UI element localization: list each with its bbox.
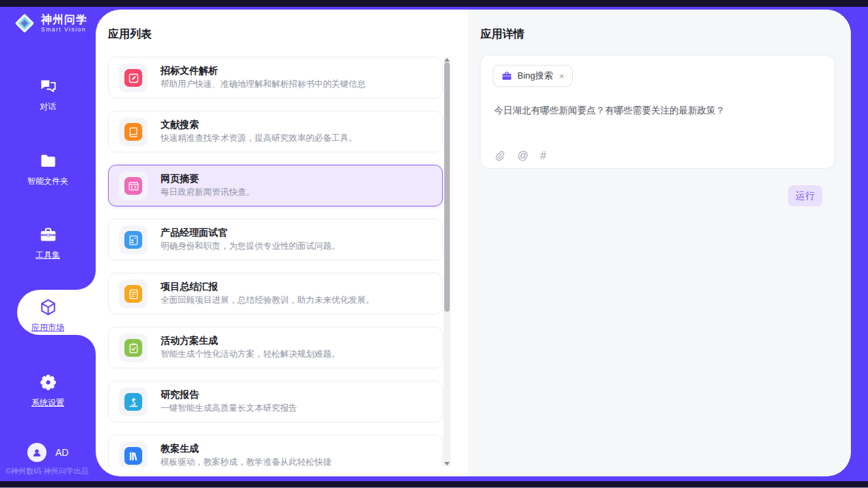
app-icon-chip (119, 64, 148, 92)
app-detail-title: 应用详情 (480, 27, 524, 42)
app-card-bid-document-analysis[interactable]: 招标文件解析 帮助用户快速、准确地理解和解析招标书中的关键信息 (108, 57, 443, 98)
bottom-dark-band (0, 481, 868, 487)
app-window: 神州问学 Smart Vision 对话 智能文件夹 工具集 (0, 0, 868, 488)
app-icon-chip (119, 118, 148, 146)
scrollbar-track[interactable] (444, 57, 450, 467)
app-icon-chip (119, 388, 148, 416)
chat-icon (39, 77, 57, 96)
sidebar-item-settings[interactable]: 系统设置 (0, 373, 96, 409)
app-card-title: 项目总结汇报 (161, 281, 218, 293)
run-button[interactable]: 运行 (788, 185, 822, 206)
app-card-title: 教案生成 (161, 443, 199, 455)
brand-logo: 神州问学 Smart Vision (14, 12, 87, 34)
app-card-desc: 快速精准查找学术资源，提高研究效率的必备工具。 (161, 133, 434, 144)
scroll-down-arrow-icon[interactable] (444, 462, 450, 465)
web-code-icon (124, 177, 142, 195)
sidebar-item-label: 对话 (0, 101, 96, 113)
book-icon (124, 123, 142, 141)
app-card-desc: 全面回顾项目进展，总结经验教训，助力未来优化发展。 (161, 295, 434, 306)
app-card-project-summary[interactable]: 项目总结汇报 全面回顾项目进展，总结经验教训，助力未来优化发展。 (108, 273, 443, 314)
sidebar: 神州问学 Smart Vision 对话 智能文件夹 工具集 (0, 7, 96, 481)
app-card-title: 活动方案生成 (161, 335, 218, 347)
input-toolbar: @ # (494, 150, 546, 162)
app-card-desc: 帮助用户快速、准确地理解和解析招标书中的关键信息 (161, 79, 434, 90)
copyright-footer: ©神州数码·神州问学出品 (5, 466, 89, 476)
app-icon-chip (119, 226, 148, 254)
sidebar-item-toolset[interactable]: 工具集 (0, 226, 96, 261)
query-card[interactable]: Bing搜索 × 今日湖北有哪些新闻要点？有哪些需要关注的最新政策？ @ # (480, 55, 835, 169)
tool-tag-bing-search[interactable]: Bing搜索 × (493, 65, 573, 87)
app-card-literature-search[interactable]: 文献搜索 快速精准查找学术资源，提高研究效率的必备工具。 (108, 111, 443, 152)
scroll-up-arrow-icon[interactable] (444, 58, 450, 62)
pen-square-icon (124, 69, 142, 87)
sidebar-item-label: 应用市场 (0, 322, 96, 334)
brand-name: 神州问学 (41, 14, 87, 26)
app-icon-chip (119, 334, 148, 362)
hash-icon[interactable]: # (540, 150, 546, 162)
user-account[interactable]: AD (27, 443, 68, 462)
app-card-desc: 一键智能生成高质量长文本研究报告 (161, 403, 434, 414)
cube-icon (39, 298, 57, 316)
avatar (27, 443, 46, 462)
main-panel: 应用列表 招标文件解析 帮助用户快速、准确地理解和解析招标书中的关键信息 文献搜… (96, 10, 851, 476)
sidebar-item-chat[interactable]: 对话 (0, 77, 96, 113)
sidebar-item-smart-folder[interactable]: 智能文件夹 (0, 152, 96, 187)
pill-curve-top (77, 271, 96, 290)
app-card-event-plan[interactable]: 活动方案生成 智能生成个性化活动方案，轻松解决规划难题。 (108, 327, 443, 368)
report-note-icon (124, 285, 142, 303)
scrollbar-thumb[interactable] (444, 62, 450, 312)
query-text[interactable]: 今日湖北有哪些新闻要点？有哪些需要关注的最新政策？ (494, 105, 822, 117)
clipboard-check-icon (124, 339, 142, 357)
brand-subtitle: Smart Vision (41, 26, 87, 33)
app-icon-chip (119, 442, 148, 467)
microscope-icon (124, 393, 142, 411)
app-card-title: 产品经理面试官 (161, 227, 228, 239)
app-list-panel: 应用列表 招标文件解析 帮助用户快速、准确地理解和解析招标书中的关键信息 文献搜… (96, 10, 468, 476)
tool-tag-label: Bing搜索 (517, 70, 553, 82)
app-card-desc: 每日政府新闻资讯快查。 (161, 187, 434, 198)
sidebar-item-app-market[interactable]: 应用市场 (0, 298, 96, 334)
app-card-list: 招标文件解析 帮助用户快速、准确地理解和解析招标书中的关键信息 文献搜索 快速精… (108, 57, 443, 467)
folder-icon (39, 152, 57, 170)
pill-curve-bottom (77, 335, 96, 354)
app-icon-chip (119, 172, 148, 200)
app-icon-chip (119, 280, 148, 308)
app-detail-panel: 应用详情 Bing搜索 × 今日湖北有哪些新闻要点？有哪些需要关注的最新政策？ … (468, 10, 851, 476)
app-card-title: 文献搜索 (161, 119, 199, 131)
top-dark-band (0, 0, 868, 7)
sidebar-item-label: 系统设置 (0, 397, 96, 409)
interviewer-icon (124, 231, 142, 249)
app-card-lesson-plan[interactable]: 教案生成 模板驱动，教案秒成，教学准备从此轻松快捷 (108, 435, 443, 467)
briefcase-icon (501, 70, 513, 82)
close-icon[interactable]: × (559, 71, 565, 81)
paperclip-icon[interactable] (494, 150, 506, 162)
app-card-pm-interviewer[interactable]: 产品经理面试官 明确身份和职责，为您提供专业性的面试问题。 (108, 219, 443, 260)
sidebar-item-label: 工具集 (0, 249, 96, 261)
books-icon (124, 447, 142, 465)
app-card-web-summary[interactable]: 网页摘要 每日政府新闻资讯快查。 (108, 165, 443, 206)
mention-icon[interactable]: @ (517, 150, 528, 162)
toolbox-icon (39, 226, 57, 244)
app-card-title: 网页摘要 (161, 173, 199, 185)
app-card-desc: 模板驱动，教案秒成，教学准备从此轻松快捷 (161, 457, 434, 467)
app-card-title: 招标文件解析 (161, 65, 218, 77)
person-icon (31, 446, 43, 459)
user-name: AD (55, 447, 68, 458)
app-card-desc: 智能生成个性化活动方案，轻松解决规划难题。 (161, 349, 434, 360)
gear-icon (39, 373, 57, 392)
app-card-title: 研究报告 (161, 389, 199, 401)
app-card-research-report[interactable]: 研究报告 一键智能生成高质量长文本研究报告 (108, 381, 443, 422)
sidebar-item-label: 智能文件夹 (0, 176, 96, 187)
app-card-desc: 明确身份和职责，为您提供专业性的面试问题。 (161, 241, 434, 252)
app-list-title: 应用列表 (108, 27, 152, 42)
diamond-logo-icon (14, 12, 36, 34)
